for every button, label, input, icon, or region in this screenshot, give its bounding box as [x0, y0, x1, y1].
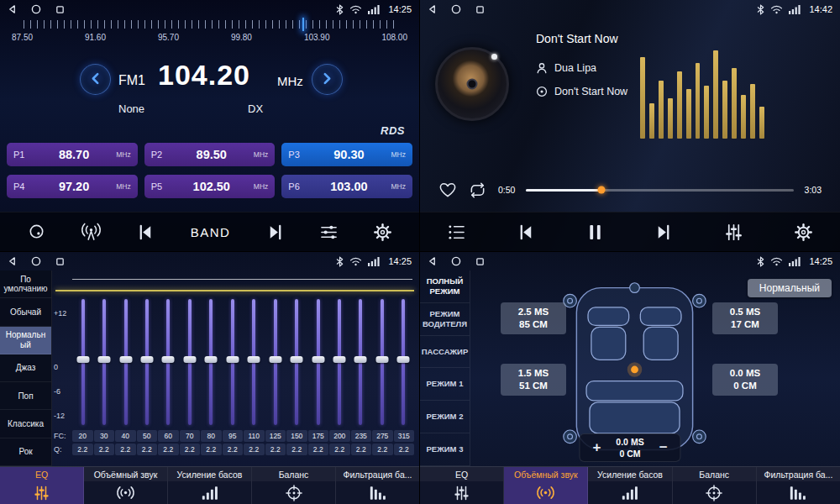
eq-preset-default[interactable]: По умолчанию [0, 270, 51, 298]
chevron-left-icon [90, 72, 101, 87]
repeat-icon[interactable] [468, 181, 487, 199]
eq-band-slider[interactable] [328, 299, 349, 425]
eq-band-slider[interactable] [244, 299, 265, 425]
eq-preset-rock[interactable]: Рок [0, 438, 51, 466]
wifi-icon [349, 5, 362, 14]
preset-6[interactable]: P6 103.00 MHz [281, 175, 412, 198]
preset-3[interactable]: P3 90.30 MHz [281, 143, 412, 166]
tab-surround[interactable]: Объёмный звук [84, 467, 168, 504]
tab-surround[interactable]: Объёмный звук [504, 467, 588, 504]
preset-4[interactable]: P4 97.20 MHz [7, 175, 138, 198]
mode-3[interactable]: РЕЖИМ 3 [420, 433, 470, 466]
eq-band-slider[interactable] [222, 299, 243, 425]
tuning-pointer [302, 18, 304, 31]
eq-preset-custom[interactable]: Обычай [0, 298, 51, 326]
progress-bar[interactable] [526, 189, 793, 192]
tab-balance[interactable]: Баланс [252, 467, 336, 504]
nav-recents-icon[interactable] [55, 257, 65, 266]
sound-preset-button[interactable]: Нормальный [748, 279, 832, 297]
eq-preset-classic[interactable]: Классика [0, 410, 51, 438]
playlist-icon[interactable] [447, 223, 466, 241]
eq-band-slider[interactable] [136, 299, 157, 425]
preset-2[interactable]: P2 89.50 MHz [144, 143, 276, 166]
rear-left-delay[interactable]: 1.5 MS 51 CM [501, 364, 566, 396]
rear-right-delay[interactable]: 0.0 MS 0 CM [712, 364, 778, 396]
eq-preset-jazz[interactable]: Джаз [0, 354, 51, 382]
previous-track-icon[interactable] [517, 223, 536, 241]
nav-recents-icon[interactable] [475, 5, 485, 14]
signal-icon [368, 257, 380, 266]
track-row: Don't Start Now [536, 86, 627, 97]
eq-preset-pop[interactable]: Поп [0, 382, 51, 410]
preset-5[interactable]: P5 102.50 MHz [144, 175, 276, 198]
front-right-delay[interactable]: 0.5 MS 17 CM [712, 302, 778, 334]
nav-back-icon[interactable] [428, 256, 437, 266]
tab-filter[interactable]: Фильтрация ба... [336, 467, 419, 504]
eq-band-slider[interactable] [201, 299, 222, 425]
nav-home-icon[interactable] [451, 256, 461, 266]
preset-1[interactable]: P1 88.70 MHz [7, 143, 138, 166]
settings-gear-icon[interactable] [373, 223, 392, 242]
status-bar: 14:42 [420, 0, 840, 18]
eq-band-slider[interactable] [93, 299, 114, 425]
nav-home-icon[interactable] [31, 256, 41, 266]
pause-icon[interactable] [587, 223, 603, 241]
eq-band-slider[interactable] [307, 299, 328, 425]
next-track-icon[interactable] [265, 223, 285, 241]
frequency-scale[interactable]: 87.50 91.60 95.70 99.80 103.90 108.00 [8, 20, 411, 52]
status-time: 14:25 [388, 256, 412, 266]
bass-boost-icon [168, 481, 251, 504]
mode-driver[interactable]: РЕЖИМ ВОДИТЕЛЯ [420, 303, 470, 336]
broadcast-antenna-icon[interactable] [81, 223, 102, 242]
seek-scan-icon[interactable] [27, 223, 46, 242]
eq-fc-row: FC: 20 30 40 50 60 70 80 95 110 125 150 … [54, 430, 414, 442]
eq-preset-normal[interactable]: Нормальный [0, 327, 51, 354]
mode-passenger[interactable]: ПАССАЖИР [420, 336, 470, 369]
nav-back-icon[interactable] [428, 4, 437, 14]
status-time: 14:25 [388, 4, 412, 14]
eq-band-slider[interactable] [179, 299, 200, 425]
status-bar: 14:25 [0, 0, 419, 18]
audio-sliders-icon[interactable] [319, 223, 339, 242]
front-left-delay[interactable]: 2.5 MS 85 CM [501, 302, 566, 334]
progress-knob[interactable] [597, 186, 605, 194]
nav-recents-icon[interactable] [475, 257, 485, 266]
tab-filter[interactable]: Фильтрация ба... [757, 467, 840, 504]
eq-band-slider[interactable] [115, 299, 136, 425]
eq-band-slider[interactable] [158, 299, 179, 425]
nav-back-icon[interactable] [8, 4, 17, 14]
previous-track-icon[interactable] [136, 223, 155, 241]
increase-delay-button[interactable]: + [591, 438, 602, 456]
album-art [435, 47, 509, 121]
signal-icon [789, 257, 801, 266]
mode-1[interactable]: РЕЖИМ 1 [420, 368, 470, 401]
head-unit-screens: 14:25 87.50 91.60 95.70 99.80 103.90 108… [0, 0, 840, 504]
tab-bass-boost[interactable]: Усиление басов [588, 467, 672, 504]
nav-home-icon[interactable] [451, 4, 461, 14]
decrease-delay-button[interactable]: − [658, 438, 669, 456]
eq-band-slider[interactable] [72, 299, 93, 425]
next-track-icon[interactable] [654, 223, 673, 241]
nav-home-icon[interactable] [31, 4, 41, 14]
eq-band-slider[interactable] [286, 299, 307, 425]
settings-gear-icon[interactable] [794, 223, 813, 242]
tune-up-button[interactable] [312, 64, 343, 95]
eq-band-slider[interactable] [265, 299, 286, 425]
eq-band-slider[interactable] [350, 299, 371, 425]
eq-band-slider[interactable] [393, 299, 414, 425]
eq-sliders-icon[interactable] [724, 223, 743, 242]
band-button[interactable]: BAND [191, 225, 231, 239]
favorite-heart-icon[interactable] [438, 181, 457, 198]
tab-balance[interactable]: Баланс [673, 467, 757, 504]
tab-eq[interactable]: EQ [420, 467, 504, 504]
tune-down-button[interactable] [80, 64, 111, 95]
eq-band-slider[interactable] [371, 299, 392, 425]
tab-eq[interactable]: EQ [0, 467, 84, 504]
nav-recents-icon[interactable] [55, 5, 65, 14]
wifi-icon [349, 257, 362, 266]
nav-back-icon[interactable] [8, 256, 17, 266]
wifi-icon [770, 257, 783, 266]
mode-full[interactable]: ПОЛНЫЙ РЕЖИМ [420, 270, 470, 303]
mode-2[interactable]: РЕЖИМ 2 [420, 401, 470, 433]
tab-bass-boost[interactable]: Усиление басов [168, 467, 252, 504]
